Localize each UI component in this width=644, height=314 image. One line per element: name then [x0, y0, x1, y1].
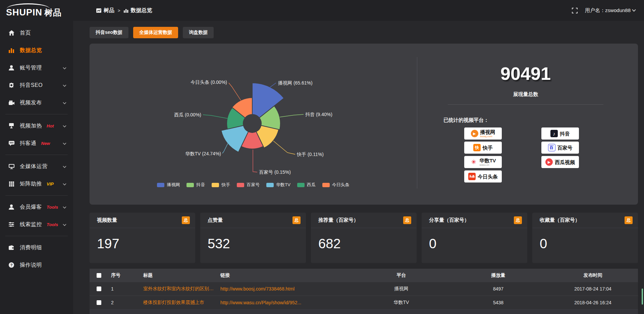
chevron-down-icon — [63, 204, 66, 210]
sidebar-item-member-baoke[interactable]: 会员爆客 Tools — [0, 198, 73, 216]
logo-text: SHUPIN树品 — [6, 7, 62, 18]
tab-omnimedia-data[interactable]: 全媒体运营数据 — [133, 27, 178, 38]
sidebar-item-doukertong[interactable]: 抖客通 New — [0, 135, 73, 152]
pie-label: 西瓜 (0.00%) — [174, 112, 201, 117]
legend-label: 百家号 — [247, 182, 260, 188]
stat-card-video-count: 视频数量总 197 — [90, 213, 195, 263]
platform-badge-xigua: ▶ 西瓜视频 — [541, 156, 579, 168]
user-menu[interactable]: 用户名：zswodun88 — [585, 7, 635, 14]
cell-url-link[interactable]: http://www.wasu.cn/Play/show/id/952... — [218, 300, 354, 305]
total-badge[interactable]: 总 — [403, 216, 411, 224]
sidebar-item-lead-monitor[interactable]: 线索监控 Tools — [0, 216, 73, 233]
cell-time: 2017-08-24 17:04 — [548, 286, 638, 292]
col-header-seq: 序号 — [108, 272, 141, 278]
tab-douyin-seo-data[interactable]: 抖音seo数据 — [90, 27, 128, 38]
person-icon — [8, 204, 15, 210]
row-checkbox[interactable] — [97, 286, 101, 291]
sidebar-item-omnimedia[interactable]: 全媒体运营 — [0, 158, 73, 175]
monitor-icon — [8, 164, 15, 169]
impressions-total-value: 90491 — [448, 63, 603, 84]
sidebar-item-label: 全媒体运营 — [20, 163, 48, 170]
cell-plays: 8497 — [449, 286, 548, 292]
billboard-icon — [8, 123, 15, 128]
stat-card-value: 197 — [90, 228, 195, 251]
cell-title-link[interactable]: 室外水纹灯和室内水纹灯的区别和简介 — [141, 286, 218, 292]
app-logo: SHUPIN树品 — [6, 3, 73, 19]
cell-platform: 华数TV — [354, 300, 449, 306]
stat-card-shares: 分享量（百家号）总 0 — [422, 213, 527, 263]
total-badge[interactable]: 总 — [514, 216, 522, 224]
platform-name: 百家号 — [557, 145, 573, 150]
sidebar-item-home[interactable]: 首页 — [0, 24, 73, 42]
panel-vertical-divider — [417, 57, 417, 189]
stat-card-favorites: 收藏量（百家号）总 0 — [532, 213, 638, 263]
sidebar-item-label: 抖音SEO — [20, 82, 43, 89]
sidebar-divider — [5, 155, 68, 155]
chevron-down-icon — [63, 140, 66, 146]
cell-title-link[interactable]: 楼体投影灯投影效果震撼上市 — [141, 300, 218, 306]
legend-label: 播视网 — [167, 182, 180, 188]
pie-label-line — [253, 150, 257, 172]
data-tabs: 抖音seo数据 全媒体运营数据 询盘数据 — [90, 27, 214, 38]
breadcrumb-current[interactable]: 数据总览 — [124, 7, 152, 14]
legend-color-chip — [186, 183, 194, 187]
breadcrumb-separator: > — [118, 8, 120, 13]
chevron-down-icon — [63, 65, 66, 71]
platform-name: 西瓜视频 — [555, 160, 575, 165]
platform-name: 华数TV — [479, 158, 496, 163]
legend-color-chip — [297, 183, 305, 187]
row-checkbox[interactable] — [97, 300, 101, 305]
chart-panel: 播视网 (65.61%)抖音 (9.40%)快手 (0.11%)百家号 (0.1… — [90, 44, 638, 205]
chat-bubble-icon — [8, 141, 15, 146]
sidebar-item-label: 数据总览 — [20, 47, 42, 54]
scrollbar-thumb[interactable] — [642, 289, 643, 305]
board-icon — [96, 8, 101, 13]
sidebar-item-label: 视频加热 — [20, 122, 42, 129]
sidebar-item-label: 账号管理 — [20, 64, 42, 71]
sidebar-item-matrix-boost[interactable]: 矩阵助推 VIP — [0, 175, 73, 193]
sidebar-item-video-heating[interactable]: 视频加热 Hot — [0, 117, 73, 135]
sidebar-item-label: 线索监控 — [20, 221, 42, 228]
breadcrumb-current-label: 数据总览 — [131, 7, 152, 14]
cell-url-link[interactable]: http://www.boosj.com/7338468.html — [218, 286, 354, 292]
col-header-platform: 平台 — [354, 272, 449, 278]
table-row[interactable]: 2 楼体投影灯投影效果震撼上市 http://www.wasu.cn/Play/… — [90, 296, 638, 310]
table-header-row: 序号 标题 链接 平台 播放量 发布时间 — [90, 269, 638, 282]
select-all-checkbox[interactable] — [97, 273, 101, 278]
chevron-down-icon — [63, 163, 66, 169]
pie-label-line — [273, 141, 295, 154]
platform-subtext: wasu.cn — [479, 164, 489, 166]
total-badge[interactable]: 总 — [292, 216, 301, 224]
legend-item-百家号[interactable]: 百家号 — [237, 182, 260, 188]
sidebar-item-data-overview[interactable]: 数据总览 — [0, 42, 73, 59]
legend-item-抖音[interactable]: 抖音 — [186, 182, 205, 188]
legend-item-华数TV[interactable]: 华数TV — [266, 182, 290, 188]
legend-item-今日头条[interactable]: 今日头条 — [322, 182, 350, 188]
legend-label: 快手 — [221, 182, 230, 188]
platform-badge-kuaishou: 快 快手 — [464, 142, 502, 154]
sidebar-item-video-publish[interactable]: 视频发布 — [0, 94, 73, 111]
total-badge[interactable]: 总 — [182, 216, 190, 224]
sidebar-divider — [5, 236, 68, 236]
sidebar-item-account[interactable]: 账号管理 — [0, 59, 73, 76]
home-icon — [8, 30, 15, 36]
legend-item-快手[interactable]: 快手 — [212, 182, 230, 188]
legend-item-西瓜[interactable]: 西瓜 — [297, 182, 316, 188]
fullscreen-icon[interactable] — [572, 8, 578, 13]
video-camera-icon — [8, 100, 15, 105]
svg-text:?: ? — [10, 263, 13, 267]
platforms-counted-label: 已统计的视频平台： — [443, 117, 489, 123]
top-header: SHUPIN树品 树品 > 数据总览 用户名：zswodun88 — [0, 0, 644, 21]
table-row[interactable]: 1 室外水纹灯和室内水纹灯的区别和简介 http://www.boosj.com… — [90, 282, 638, 296]
username-label: 用户名：zswodun88 — [585, 7, 631, 14]
platform-badge-baijiahao: 百 百家号 — [541, 142, 579, 154]
breadcrumb-root[interactable]: 树品 — [96, 7, 114, 14]
sidebar-item-douyin-seo[interactable]: 抖音SEO — [0, 76, 73, 94]
legend-item-播视网[interactable]: 播视网 — [157, 182, 180, 188]
rose-pie-chart[interactable]: 播视网 (65.61%)抖音 (9.40%)快手 (0.11%)百家号 (0.1… — [90, 44, 417, 205]
total-badge[interactable]: 总 — [625, 216, 633, 224]
tab-inquiry-data[interactable]: 询盘数据 — [183, 27, 214, 38]
sidebar-item-spend-detail[interactable]: 消费明细 — [0, 239, 73, 256]
chevron-down-icon — [63, 221, 66, 227]
sidebar-item-instructions[interactable]: ? 操作说明 — [0, 256, 73, 274]
